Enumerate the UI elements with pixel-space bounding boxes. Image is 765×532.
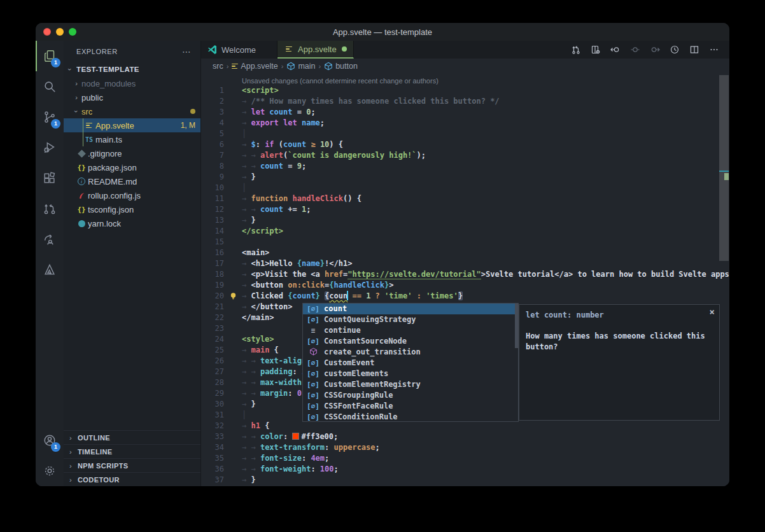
- glyph-margin: [224, 388, 242, 399]
- tree-item-tsconfig-json[interactable]: {}tsconfig.json: [64, 202, 200, 216]
- tree-item-readme-md[interactable]: iREADME.md: [64, 174, 200, 188]
- code-line-32: 32→ h1 {: [201, 421, 729, 431]
- tree-item-node-modules[interactable]: ›node_modules: [64, 76, 200, 90]
- tree-item-label: public: [81, 93, 103, 102]
- section-outline[interactable]: ›OUTLINE: [64, 430, 200, 444]
- line-number: 17: [201, 258, 224, 269]
- code-line-11: 11→ function handleClick() {: [201, 193, 729, 204]
- suggestion-label: CSSGroupingRule: [324, 390, 393, 401]
- chevron-down-icon: ›: [71, 108, 81, 115]
- tree-item-src[interactable]: ›src: [64, 104, 200, 118]
- section-timeline[interactable]: ›TIMELINE: [64, 444, 200, 458]
- code-editor[interactable]: Unsaved changes (cannot determine recent…: [201, 74, 729, 486]
- line-number: 14: [201, 226, 224, 237]
- tree-item-gitignore[interactable]: .gitignore: [64, 146, 200, 160]
- code-line-15: 15: [201, 237, 729, 248]
- tab-app-svelte[interactable]: App.svelte: [277, 41, 354, 59]
- suggestion-continue[interactable]: ≡continue: [303, 325, 518, 336]
- tab-label: App.svelte: [298, 45, 337, 54]
- tree-item-package-json[interactable]: {}package.json: [64, 160, 200, 174]
- tab-label: Welcome: [221, 45, 256, 55]
- suggest-scrollbar[interactable]: [515, 304, 518, 348]
- symbol-variable-icon: [∅]: [305, 368, 321, 379]
- suggestion-label: ConstantSourceNode: [324, 336, 407, 347]
- explorer-activity-icon[interactable]: 1: [36, 41, 64, 71]
- lightbulb-icon[interactable]: [224, 291, 242, 302]
- chevron-right-icon: ›: [64, 476, 78, 484]
- section-codetour[interactable]: ›CODETOUR: [64, 472, 200, 486]
- code-line-9: 9→ }: [201, 172, 729, 183]
- breadcrumb-main[interactable]: main: [286, 62, 315, 71]
- suggestion-cssgroupingrule[interactable]: [∅]CSSGroupingRule: [303, 390, 518, 401]
- tree-item-test-template[interactable]: ›TEST-TEMPLATE: [64, 62, 200, 76]
- more-actions-icon[interactable]: [709, 45, 719, 55]
- symbol-variable-icon: [∅]: [305, 358, 321, 368]
- current-change-icon[interactable]: [630, 45, 640, 55]
- suggestion-customevent[interactable]: [∅]CustomEvent: [303, 358, 518, 368]
- modified-dot-icon[interactable]: [342, 46, 347, 52]
- glyph-margin: [224, 453, 242, 464]
- tab-welcome[interactable]: Welcome: [201, 41, 277, 59]
- next-change-icon[interactable]: [650, 45, 660, 55]
- line-number: 26: [201, 356, 224, 367]
- section-npm-scripts[interactable]: ›NPM SCRIPTS: [64, 458, 200, 472]
- section-label: OUTLINE: [78, 434, 110, 442]
- glyph-margin: [224, 85, 242, 96]
- suggestion-constantsourcenode[interactable]: [∅]ConstantSourceNode: [303, 336, 518, 347]
- live-share-activity-icon[interactable]: [36, 224, 64, 255]
- run-and-debug-activity-icon[interactable]: [36, 132, 64, 163]
- code-line-6: 6→ $: if (count ≥ 10) {: [201, 139, 729, 150]
- file-history-icon[interactable]: [670, 45, 680, 55]
- close-window-button[interactable]: [43, 28, 51, 36]
- suggestion-customelementregistry[interactable]: [∅]CustomElementRegistry: [303, 379, 518, 390]
- tree-item-yarn-lock[interactable]: yarn.lock: [64, 216, 200, 230]
- tree-item-main-ts[interactable]: TSmain.ts: [64, 132, 200, 146]
- open-changes-icon[interactable]: [591, 45, 601, 55]
- glyph-margin: [224, 410, 242, 421]
- split-editor-icon[interactable]: [689, 45, 699, 55]
- github-pull-requests-activity-icon[interactable]: [36, 193, 64, 224]
- explorer-more-actions-icon[interactable]: ⋯: [182, 46, 192, 57]
- breadcrumb-src[interactable]: src: [213, 62, 223, 71]
- tree-item-rollup-config-js[interactable]: rollup.config.js: [64, 188, 200, 202]
- code-line-1: 1<script>: [201, 85, 729, 96]
- zoom-window-button[interactable]: [69, 28, 76, 36]
- minimize-window-button[interactable]: [56, 28, 64, 36]
- suggestion-cssfontfacerule[interactable]: [∅]CSSFontFaceRule: [303, 401, 518, 412]
- close-icon[interactable]: ×: [710, 307, 715, 318]
- code-line-3: 3→ let count = 0;: [201, 107, 729, 118]
- vscode-window: App.svelte — test-template 111 EXPLORER …: [36, 23, 729, 486]
- suggestion-label: CustomElementRegistry: [324, 379, 421, 390]
- code-line-5: 5│: [201, 129, 729, 139]
- extensions-activity-icon[interactable]: [36, 163, 64, 193]
- suggestion-create-out-transition[interactable]: create_out_transition: [303, 347, 518, 358]
- accounts-activity-icon[interactable]: 1: [36, 425, 64, 456]
- previous-change-icon[interactable]: [610, 45, 621, 55]
- settings-gear-activity-icon[interactable]: [36, 456, 64, 486]
- tree-item-app-svelte[interactable]: App.svelte1, M: [64, 118, 200, 132]
- tree-item-public[interactable]: ›public: [64, 90, 200, 104]
- problems-git-badge: 1, M: [181, 121, 195, 130]
- compare-changes-icon[interactable]: [571, 45, 581, 55]
- suggestion-label: continue: [324, 325, 361, 336]
- code-line-13: 13→ }: [201, 215, 729, 226]
- glyph-margin: [224, 431, 242, 442]
- code-line-7: 7→ → alert(`count is dangerously high!`)…: [201, 150, 729, 161]
- source-control-activity-icon[interactable]: 1: [36, 102, 64, 132]
- title-bar[interactable]: App.svelte — test-template: [36, 23, 729, 41]
- readme-info-icon: i: [75, 178, 88, 185]
- tree-item-label: main.ts: [95, 135, 122, 144]
- suggestion-doc: How many times has someone clicked this …: [526, 331, 713, 353]
- suggestion-count[interactable]: [∅]count: [303, 304, 518, 314]
- code-line-14: 14</script>: [201, 226, 729, 237]
- suggestion-countqueuingstrategy[interactable]: [∅]CountQueuingStrategy: [303, 314, 518, 325]
- line-number: 8: [201, 161, 224, 172]
- suggestion-customelements[interactable]: [∅]customElements: [303, 368, 518, 379]
- suggestion-cssconditionrule[interactable]: [∅]CSSConditionRule: [303, 412, 518, 422]
- editor-scrollbar[interactable]: [719, 75, 729, 261]
- search-activity-icon[interactable]: [36, 71, 64, 102]
- breadcrumb-app-svelte[interactable]: App.svelte: [232, 62, 277, 71]
- azure-activity-icon[interactable]: [36, 255, 64, 285]
- breadcrumb-button[interactable]: button: [324, 62, 358, 71]
- chevron-right-icon: ›: [71, 80, 81, 87]
